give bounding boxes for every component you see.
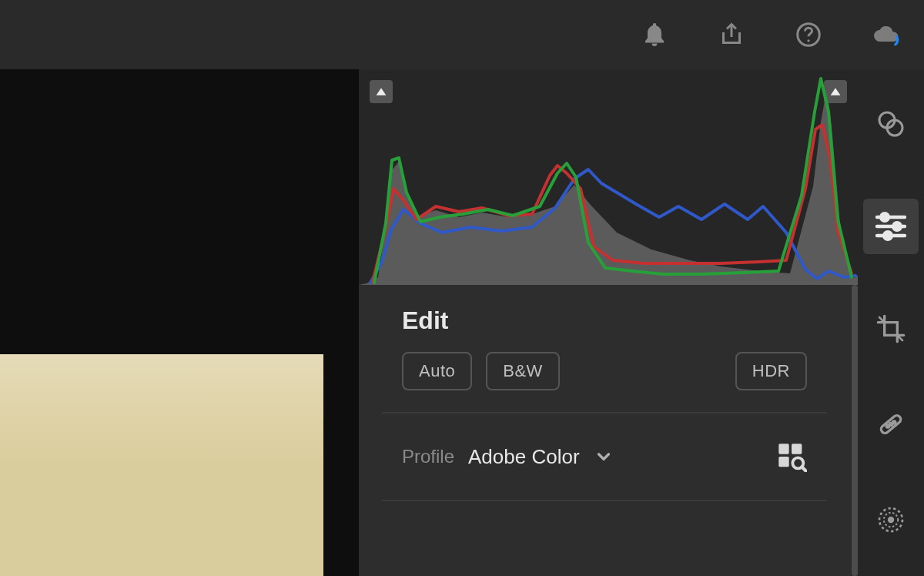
profile-value[interactable]: Adobe Color <box>468 445 580 469</box>
image-preview[interactable] <box>0 354 323 576</box>
svg-rect-4 <box>778 457 788 467</box>
svg-line-6 <box>802 467 806 471</box>
edit-sliders-tool-icon[interactable] <box>863 199 919 254</box>
svg-point-1 <box>807 39 809 42</box>
histogram[interactable] <box>359 69 858 285</box>
svg-rect-3 <box>792 444 802 454</box>
edit-scrollbar[interactable] <box>852 285 858 576</box>
profile-label: Profile <box>402 446 454 467</box>
presets-tool-icon[interactable] <box>870 103 912 145</box>
hdr-button[interactable]: HDR <box>735 352 807 390</box>
profile-row: Profile Adobe Color <box>359 414 850 500</box>
masking-tool-icon[interactable] <box>870 499 912 541</box>
crop-tool-icon[interactable] <box>870 308 912 350</box>
chevron-down-icon[interactable] <box>594 447 614 467</box>
edit-title: Edit <box>402 306 807 335</box>
edit-quick-buttons: Auto B&W HDR <box>359 349 850 412</box>
svg-point-10 <box>881 213 889 221</box>
svg-rect-2 <box>778 444 788 454</box>
edit-panel: Edit Auto B&W HDR Profile Adobe Color <box>359 69 858 576</box>
help-icon[interactable] <box>793 19 824 50</box>
top-bar <box>0 0 924 69</box>
profile-browser-icon[interactable] <box>776 441 807 472</box>
share-icon[interactable] <box>716 19 747 50</box>
canvas-area[interactable] <box>0 69 359 576</box>
divider <box>382 500 827 501</box>
svg-point-21 <box>888 517 894 523</box>
tool-rail <box>858 69 924 576</box>
cloud-sync-icon[interactable] <box>870 19 901 50</box>
edit-header: Edit <box>359 285 850 349</box>
svg-point-14 <box>884 232 892 239</box>
bw-button[interactable]: B&W <box>486 352 560 390</box>
svg-point-18 <box>893 421 896 424</box>
healing-tool-icon[interactable] <box>870 404 912 445</box>
bell-icon[interactable] <box>639 19 670 50</box>
auto-button[interactable]: Auto <box>402 352 472 390</box>
edit-scroll-area: Edit Auto B&W HDR Profile Adobe Color <box>359 285 858 576</box>
histogram-chart <box>359 69 858 285</box>
svg-point-12 <box>893 223 901 230</box>
